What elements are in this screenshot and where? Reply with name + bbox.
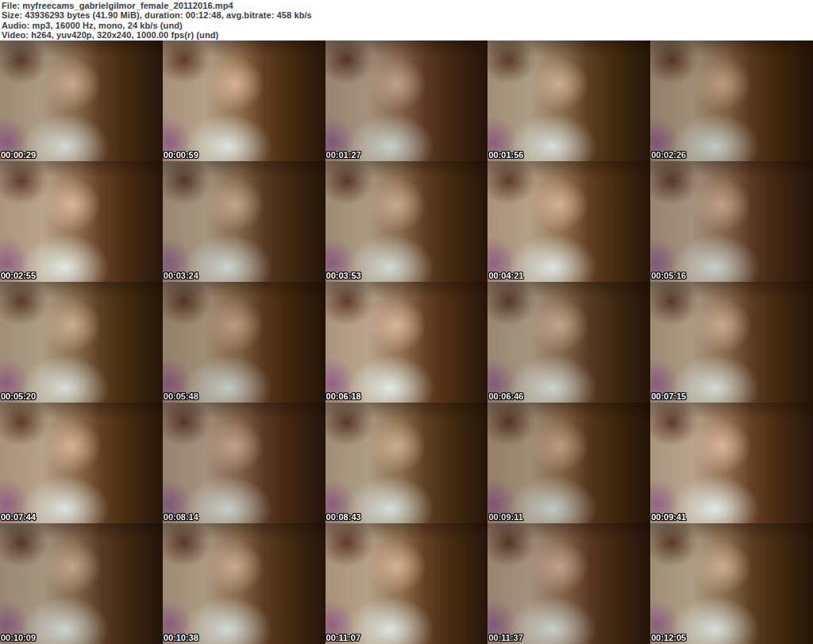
- video-thumbnail: 00:03:24: [163, 161, 326, 282]
- video-thumbnail: 00:08:43: [326, 403, 488, 523]
- video-thumbnail: 00:09:41: [650, 403, 813, 523]
- video-thumbnail: 00:00:59: [163, 40, 326, 161]
- video-thumbnail: 00:11:37: [487, 523, 650, 644]
- video-thumbnail: 00:00:29: [0, 40, 163, 161]
- file-size-line: Size: 43936293 bytes (41.90 MiB), durati…: [2, 10, 813, 20]
- timestamp-label: 00:11:07: [326, 633, 360, 642]
- video-thumbnail: 00:08:14: [163, 403, 326, 523]
- timestamp-label: 00:04:21: [488, 271, 523, 280]
- video-thumbnail: 00:12:05: [650, 523, 813, 644]
- video-thumbnail: 00:07:15: [650, 282, 813, 403]
- timestamp-label: 00:11:37: [488, 633, 522, 642]
- audio-info-line: Audio: mp3, 16000 Hz, mono, 24 kb/s (und…: [2, 21, 813, 30]
- timestamp-label: 00:06:18: [326, 391, 361, 401]
- video-thumbnail: 00:11:07: [326, 523, 488, 644]
- file-name-line: File: myfreecams_gabrielgilmor_female_20…: [2, 1, 813, 10]
- video-thumbnail: 00:02:55: [0, 161, 163, 282]
- timestamp-label: 00:07:44: [1, 512, 36, 522]
- timestamp-label: 00:06:46: [488, 391, 523, 401]
- video-thumbnail: 00:06:18: [326, 282, 488, 403]
- timestamp-label: 00:05:20: [1, 391, 36, 401]
- video-thumbnail: 00:05:48: [163, 282, 326, 403]
- video-thumbnail: 00:10:38: [163, 523, 326, 644]
- video-thumbnail: 00:07:44: [0, 403, 163, 523]
- video-thumbnail: 00:10:09: [0, 523, 163, 644]
- video-thumbnail: 00:02:26: [650, 40, 813, 161]
- timestamp-label: 00:03:53: [326, 271, 361, 280]
- timestamp-label: 00:09:11: [488, 512, 522, 522]
- video-info-line: Video: h264, yuv420p, 320x240, 1000.00 f…: [2, 30, 813, 40]
- timestamp-label: 00:10:38: [164, 633, 198, 642]
- timestamp-label: 00:01:27: [326, 150, 361, 160]
- timestamp-label: 00:07:15: [651, 391, 686, 401]
- timestamp-label: 00:02:26: [651, 150, 686, 160]
- timestamp-label: 00:05:16: [651, 271, 686, 280]
- timestamp-label: 00:08:14: [164, 512, 198, 522]
- timestamp-label: 00:01:56: [488, 150, 523, 160]
- timestamp-label: 00:00:29: [1, 150, 36, 160]
- video-thumbnail: 00:05:16: [650, 161, 813, 282]
- timestamp-label: 00:10:09: [1, 633, 36, 642]
- video-thumbnail: 00:09:11: [487, 403, 650, 523]
- timestamp-label: 00:05:48: [164, 391, 198, 401]
- video-thumbnail: 00:01:27: [326, 40, 488, 161]
- video-thumbnail: 00:04:21: [487, 161, 650, 282]
- video-thumbnail: 00:05:20: [0, 282, 163, 403]
- timestamp-label: 00:09:41: [651, 512, 686, 522]
- timestamp-label: 00:03:24: [164, 271, 198, 280]
- video-thumbnail: 00:06:46: [487, 282, 650, 403]
- video-thumbnail: 00:03:53: [326, 161, 488, 282]
- file-info-header: File: myfreecams_gabrielgilmor_female_20…: [0, 0, 813, 40]
- video-thumbnail: 00:01:56: [487, 40, 650, 161]
- timestamp-label: 00:02:55: [1, 271, 36, 280]
- timestamp-label: 00:08:43: [326, 512, 361, 522]
- timestamp-label: 00:12:05: [651, 633, 686, 642]
- thumbnail-grid: 00:00:2900:00:5900:01:2700:01:5600:02:26…: [0, 40, 813, 644]
- timestamp-label: 00:00:59: [164, 150, 198, 160]
